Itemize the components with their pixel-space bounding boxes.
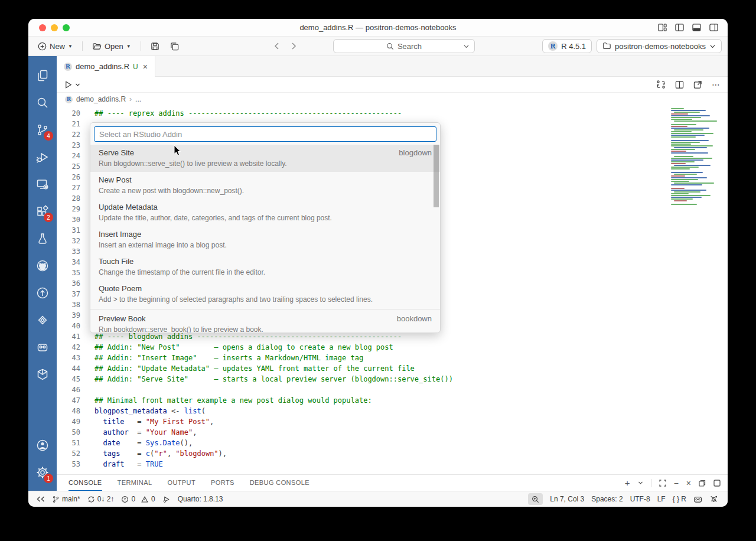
interpreter-label: R 4.5.1	[561, 42, 586, 51]
code-text: draft = TRUE	[94, 459, 163, 470]
code-line: 48blogpost_metadata <- list(	[57, 406, 728, 416]
minimap[interactable]	[671, 108, 717, 206]
save-all-button[interactable]	[167, 40, 183, 53]
sidebar-item-quarto[interactable]	[28, 307, 57, 334]
cursor-position-status[interactable]: Ln 7, Col 3	[546, 495, 588, 503]
run-file-button[interactable]	[64, 80, 80, 89]
breadcrumb[interactable]: R demo_addins.R › ...	[57, 93, 728, 106]
divider	[141, 41, 141, 51]
quickpick-input[interactable]	[94, 126, 436, 142]
quickpick-item[interactable]: Preview BookbookdownRun bookdown::serve_…	[90, 311, 440, 333]
breadcrumb-tail[interactable]: ...	[135, 95, 141, 103]
settings-gear-button[interactable]: 1	[28, 459, 57, 486]
code-text: ## Addin: "Insert Image" — inserts a Mar…	[94, 353, 363, 363]
editor-tab[interactable]: R demo_addins.R U ×	[57, 56, 155, 77]
toggle-panel-icon[interactable]	[692, 23, 701, 32]
open-button[interactable]: Open ▼	[89, 40, 135, 53]
sync-icon	[87, 496, 95, 503]
open-changes-icon[interactable]	[656, 80, 666, 89]
tab-debug-console[interactable]: DEBUG CONSOLE	[250, 475, 309, 491]
minimap-line	[671, 110, 706, 111]
quickpick-item[interactable]: Insert ImageInsert an external image int…	[90, 226, 440, 253]
close-panel-icon[interactable]: ×	[686, 478, 691, 488]
debug-status[interactable]	[159, 491, 174, 507]
close-tab-icon[interactable]: ×	[142, 62, 149, 71]
toggle-primary-sidebar-icon[interactable]	[675, 23, 684, 32]
breadcrumb-file[interactable]: demo_addins.R	[76, 95, 126, 103]
zoom-button[interactable]	[528, 493, 543, 505]
sidebar-item-search[interactable]	[28, 89, 57, 116]
minimap-line	[674, 112, 700, 113]
interpreter-selector-button[interactable]: R R 4.5.1	[542, 39, 592, 53]
toggle-secondary-sidebar-icon[interactable]	[709, 23, 718, 32]
minimap-line	[671, 168, 690, 170]
quickpick-item[interactable]: New PostCreate a new post with blogdown:…	[90, 172, 440, 199]
maximize-panel-icon[interactable]	[659, 480, 666, 487]
problems-status[interactable]: 0 0	[118, 491, 158, 507]
quickpick-item[interactable]: Update MetadataUpdate the title, author,…	[90, 199, 440, 226]
r-file-icon: R	[65, 96, 73, 103]
search-icon	[386, 43, 394, 50]
customize-layout-icon[interactable]	[658, 23, 667, 32]
minimap-line	[674, 200, 687, 201]
minimap-line	[671, 161, 695, 162]
restore-layout-icon[interactable]	[699, 480, 706, 487]
sidebar-item-publish[interactable]	[28, 279, 57, 307]
minimize-panel-icon[interactable]: −	[674, 478, 679, 488]
save-button[interactable]	[147, 40, 163, 53]
eol-status[interactable]: LF	[654, 495, 669, 503]
notifications-muted-icon[interactable]	[706, 495, 722, 503]
sidebar-item-extensions[interactable]: 2	[28, 198, 57, 225]
split-editor-icon[interactable]	[675, 80, 684, 89]
source-control-badge: 4	[44, 131, 53, 141]
more-actions-icon[interactable]: ⋯	[712, 80, 721, 89]
line-number: 53	[57, 459, 80, 470]
global-search-input[interactable]: Search	[333, 39, 475, 53]
sidebar-item-assistant[interactable]	[28, 334, 57, 361]
sidebar-item-console-sessions[interactable]	[28, 171, 57, 198]
open-in-new-window-icon[interactable]	[693, 80, 702, 89]
quarto-status[interactable]: Quarto: 1.8.13	[174, 491, 227, 507]
activity-bar: 4 2 1	[28, 56, 57, 491]
tab-ports[interactable]: PORTS	[211, 475, 234, 491]
quickpick-item[interactable]: Serve SiteblogdownRun blogdown::serve_si…	[90, 145, 440, 172]
minimap-line	[671, 117, 701, 118]
tab-output[interactable]: OUTPUT	[167, 475, 195, 491]
minimap-line	[671, 152, 708, 154]
sidebar-item-packages[interactable]	[28, 361, 57, 388]
line-number: 48	[57, 406, 80, 416]
workspace-selector-button[interactable]: positron-demos-notebooks	[597, 39, 722, 53]
warning-icon	[141, 496, 149, 503]
remote-indicator[interactable]	[33, 491, 48, 507]
line-number: 51	[57, 438, 80, 448]
quickpick-item-label: New Post	[99, 175, 132, 185]
sidebar-item-source-control[interactable]: 4	[28, 116, 57, 144]
code-line: 46	[57, 384, 728, 395]
quickpick-item[interactable]: Touch FileChange the timestamp of the cu…	[90, 253, 440, 281]
sidebar-item-run-debug[interactable]	[28, 144, 57, 171]
new-console-icon[interactable]: +	[625, 478, 630, 488]
quickpick-item-label: Touch File	[99, 256, 133, 266]
copilot-icon[interactable]	[690, 496, 706, 503]
tab-console[interactable]: CONSOLE	[69, 475, 102, 491]
indentation-status[interactable]: Spaces: 2	[588, 495, 626, 503]
fullscreen-panel-icon[interactable]	[713, 480, 721, 487]
chevron-down-icon[interactable]	[638, 480, 643, 485]
account-button[interactable]	[28, 432, 57, 459]
sidebar-item-testing[interactable]	[28, 225, 57, 252]
language-mode-status[interactable]: { } R	[669, 495, 690, 503]
navigate-back-icon[interactable]	[273, 42, 281, 50]
tab-terminal[interactable]: TERMINAL	[118, 475, 152, 491]
git-branch-status[interactable]: main*	[48, 491, 84, 507]
sidebar-item-explorer[interactable]	[28, 62, 57, 89]
minimap-line	[674, 191, 700, 193]
git-sync-status[interactable]: 0↓ 2↑	[84, 491, 118, 507]
sidebar-item-github[interactable]	[28, 252, 57, 279]
line-number: 36	[57, 278, 80, 289]
quickpick-item[interactable]: Quote PoemAdd > to the beginning of sele…	[90, 281, 440, 308]
navigate-forward-icon[interactable]	[289, 42, 298, 50]
chevron-right-icon: ›	[129, 95, 132, 103]
new-button[interactable]: New ▼	[34, 40, 76, 53]
quickpick-scrollbar[interactable]	[434, 145, 439, 207]
encoding-status[interactable]: UTF-8	[627, 495, 654, 503]
